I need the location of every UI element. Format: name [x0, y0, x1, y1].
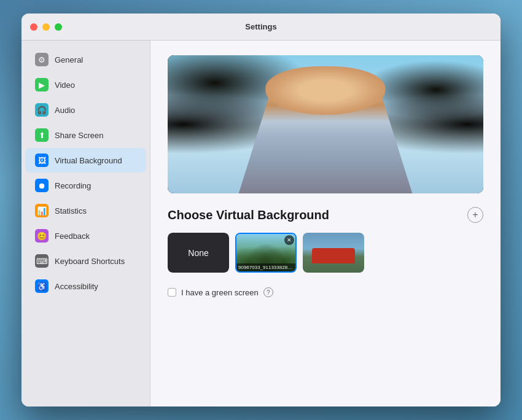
sidebar-item-accessibility-label: Accessibility — [55, 282, 98, 291]
green-screen-label: I have a green screen — [181, 288, 259, 297]
video-icon: ▶ — [35, 78, 49, 91]
sidebar-item-feedback-label: Feedback — [55, 231, 90, 241]
sidebar-item-recording-label: Recording — [55, 181, 91, 190]
sidebar-item-general[interactable]: ⚙ General — [25, 47, 146, 72]
sidebar-item-statistics[interactable]: 📊 Statistics — [25, 198, 146, 223]
sidebar-item-general-label: General — [55, 55, 83, 64]
feedback-icon: 😊 — [35, 229, 49, 243]
none-option-label: None — [188, 248, 208, 258]
section-title-text: Choose Virtual Background — [168, 208, 329, 222]
green-screen-checkbox[interactable] — [168, 288, 176, 297]
sidebar-item-keyboard-shortcuts-label: Keyboard Shortcuts — [55, 257, 125, 266]
sidebar-item-audio-label: Audio — [55, 106, 75, 115]
virtual-background-icon: 🖼 — [35, 154, 49, 167]
title-bar: Settings — [21, 14, 501, 41]
help-icon[interactable]: ? — [263, 287, 273, 297]
sidebar-item-feedback[interactable]: 😊 Feedback — [25, 224, 146, 248]
virtual-background-preview — [168, 55, 483, 193]
sidebar-item-share-screen-label: Share Screen — [55, 131, 104, 140]
background-option-none[interactable]: None — [168, 233, 229, 273]
share-screen-icon: ⬆ — [35, 128, 49, 142]
background-option-forest[interactable]: ✕ 90967033_911333828920_2848150611076055… — [235, 233, 297, 273]
sidebar-item-statistics-label: Statistics — [55, 206, 87, 216]
sidebar-item-virtual-background-label: Virtual Background — [55, 156, 122, 165]
face-area — [265, 66, 385, 115]
sidebar-item-virtual-background[interactable]: 🖼 Virtual Background — [25, 148, 146, 173]
sidebar-item-keyboard-shortcuts[interactable]: ⌨ Keyboard Shortcuts — [25, 249, 146, 273]
sidebar-item-recording[interactable]: ⏺ Recording — [25, 173, 146, 198]
close-button[interactable] — [30, 23, 37, 31]
audio-icon: 🎧 — [35, 103, 49, 117]
sidebar: ⚙ General ▶ Video 🎧 Audio ⬆ Share Screen… — [21, 41, 150, 406]
sidebar-item-audio[interactable]: 🎧 Audio — [25, 98, 146, 122]
add-background-button[interactable]: + — [467, 207, 483, 223]
settings-window: Settings ⚙ General ▶ Video 🎧 Audio ⬆ Sha… — [21, 14, 501, 406]
recording-icon: ⏺ — [35, 179, 49, 192]
maximize-button[interactable] — [55, 23, 62, 31]
window-title: Settings — [245, 22, 276, 31]
sidebar-item-video-label: Video — [55, 80, 75, 90]
main-content: ⚙ General ▶ Video 🎧 Audio ⬆ Share Screen… — [21, 41, 501, 406]
preview-image — [168, 55, 483, 193]
gear-icon: ⚙ — [35, 53, 49, 66]
accessibility-icon: ♿ — [35, 279, 49, 293]
content-area: Choose Virtual Background + None ✕ 90967… — [150, 41, 501, 406]
background-option-car[interactable] — [303, 233, 364, 273]
none-option-box: None — [168, 233, 229, 273]
car-background-image — [303, 233, 364, 273]
window-controls — [30, 23, 62, 31]
remove-forest-button[interactable]: ✕ — [284, 235, 294, 245]
sidebar-item-share-screen[interactable]: ⬆ Share Screen — [25, 123, 146, 147]
forest-filename: 90967033_911333828920_284815061107605504… — [236, 263, 295, 271]
section-header: Choose Virtual Background + — [168, 207, 483, 223]
keyboard-shortcuts-icon: ⌨ — [35, 254, 49, 268]
minimize-button[interactable] — [42, 23, 50, 31]
background-options: None ✕ 90967033_911333828920_28481506110… — [168, 233, 483, 273]
green-screen-option: I have a green screen ? — [168, 287, 483, 297]
sidebar-item-accessibility[interactable]: ♿ Accessibility — [25, 274, 146, 298]
statistics-icon: 📊 — [35, 204, 49, 217]
sidebar-item-video[interactable]: ▶ Video — [25, 72, 146, 97]
